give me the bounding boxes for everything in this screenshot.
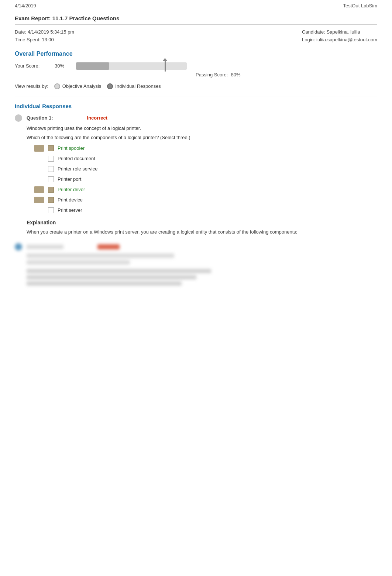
answer-checkbox-6[interactable]	[48, 207, 54, 213]
login-label: Login:	[302, 37, 315, 42]
your-score-label: Your Score:	[15, 63, 52, 69]
meta-info: Date: 4/14/2019 5:34:15 pm Time Spent: 1…	[15, 28, 377, 44]
time-value: 13:00	[42, 37, 54, 42]
answer-checkbox-3[interactable]	[48, 176, 54, 182]
time-line: Time Spent: 13:00	[15, 36, 74, 44]
answer-item-0: Print spooler	[34, 145, 377, 152]
individual-responses-option[interactable]: Individual Responses	[107, 83, 161, 89]
answer-text-3: Printer port	[58, 176, 81, 182]
top-bar: 4/14/2019 TestOut LabSim	[0, 0, 392, 11]
progress-fill	[76, 62, 109, 70]
score-left: Your Score: 30%	[15, 62, 187, 70]
answer-checkbox-4[interactable]	[48, 187, 54, 193]
explanation-text: When you create a printer on a Windows p…	[27, 228, 377, 236]
section-divider	[15, 97, 377, 97]
progress-bg	[76, 62, 187, 70]
question-1-text2: Which of the following are the component…	[27, 134, 377, 141]
blurred-q-number	[27, 245, 63, 249]
candidate-label: Candidate:	[302, 29, 325, 35]
your-score-value: 30%	[55, 63, 73, 69]
answer-indicator-3	[34, 176, 44, 183]
candidate-line: Candidate: Sapelkina, Iuliia	[302, 28, 377, 36]
answer-indicator-5	[34, 197, 44, 203]
answer-text-4: Printer driver	[58, 187, 85, 192]
objective-analysis-option[interactable]: Objective Analysis	[54, 83, 102, 89]
answer-checkbox-0[interactable]	[48, 145, 54, 151]
individual-label: Individual Responses	[115, 83, 161, 89]
objective-radio[interactable]	[54, 83, 60, 89]
blurred-q-status	[97, 244, 120, 249]
answer-item-4: Printer driver	[34, 186, 377, 193]
answer-choices: Print spooler Printed document Printer r…	[34, 145, 377, 214]
explanation-title: Explanation	[27, 220, 377, 225]
answer-indicator-4	[34, 186, 44, 193]
score-progress-bar	[76, 62, 187, 70]
individual-radio[interactable]	[107, 83, 113, 89]
answer-text-1: Printed document	[58, 156, 95, 161]
meta-right: Candidate: Sapelkina, Iuliia Login: iuli…	[302, 28, 377, 44]
blurred-indicator	[15, 243, 22, 251]
answer-item-3: Printer port	[34, 176, 377, 183]
date-value: 4/14/2019 5:34:15 pm	[28, 29, 75, 35]
view-results-label: View results by:	[15, 83, 48, 89]
exam-title: Exam Report: 11.1.7 Practice Questions	[15, 11, 377, 25]
answer-item-5: Print device	[34, 197, 377, 203]
answer-text-5: Print device	[58, 197, 83, 203]
blurred-text-1	[27, 269, 211, 273]
answer-checkbox-5[interactable]	[48, 197, 54, 203]
blurred-line-1	[27, 253, 174, 258]
answer-item-1: Printed document	[34, 155, 377, 162]
overall-performance-title: Overall Performance	[15, 51, 377, 57]
answer-text-0: Print spooler	[58, 145, 85, 151]
date-label: Date:	[15, 29, 26, 35]
time-label: Time Spent:	[15, 37, 41, 42]
answer-indicator-0	[34, 145, 44, 152]
answer-indicator-1	[34, 155, 44, 162]
objective-label: Objective Analysis	[62, 83, 102, 89]
answer-text-2: Printer role service	[58, 166, 97, 172]
answer-indicator-6	[34, 207, 44, 214]
question-1-number: Question 1:	[27, 115, 53, 121]
meta-left: Date: 4/14/2019 5:34:15 pm Time Spent: 1…	[15, 28, 74, 44]
question-1-text1: Windows printing uses the concept of a l…	[27, 125, 377, 132]
top-bar-date: 4/14/2019	[15, 3, 36, 8]
question-1-block: Question 1: Incorrect Windows printing u…	[15, 114, 377, 236]
answer-indicator-2	[34, 166, 44, 172]
answer-item-6: Print server	[34, 207, 377, 214]
answer-text-6: Print server	[58, 207, 82, 213]
blurred-line-2	[27, 260, 130, 265]
login-value: iuliia.sapelkina@testout.com	[316, 37, 377, 42]
blurred-content	[27, 253, 377, 286]
question-1-status: Incorrect	[87, 115, 108, 121]
candidate-value: Sapelkina, Iuliia	[327, 29, 360, 35]
blurred-text-3	[27, 282, 182, 286]
login-line: Login: iuliia.sapelkina@testout.com	[302, 36, 377, 44]
passing-marker	[165, 61, 166, 72]
question-1-indicator	[15, 114, 22, 122]
top-bar-appname: TestOut LabSim	[343, 3, 378, 8]
explanation-section: Explanation When you create a printer on…	[27, 220, 377, 236]
view-results-row: View results by: Objective Analysis Indi…	[15, 83, 377, 89]
passing-score-label: Passing Score:	[196, 72, 228, 77]
answer-checkbox-1[interactable]	[48, 156, 54, 162]
answer-checkbox-2[interactable]	[48, 166, 54, 172]
date-line: Date: 4/14/2019 5:34:15 pm	[15, 28, 74, 36]
blurred-text-2	[27, 275, 196, 279]
individual-responses-title: Individual Responses	[15, 103, 377, 109]
blurred-section	[15, 243, 377, 286]
score-area: Your Score: 30%	[15, 62, 377, 70]
blurred-question-header	[15, 243, 377, 251]
answer-item-2: Printer role service	[34, 166, 377, 172]
question-1-header: Question 1: Incorrect	[15, 114, 377, 122]
main-container: Exam Report: 11.1.7 Practice Questions D…	[0, 11, 392, 303]
blurred-text-lines	[27, 269, 377, 286]
passing-score-value: 80%	[231, 72, 240, 77]
